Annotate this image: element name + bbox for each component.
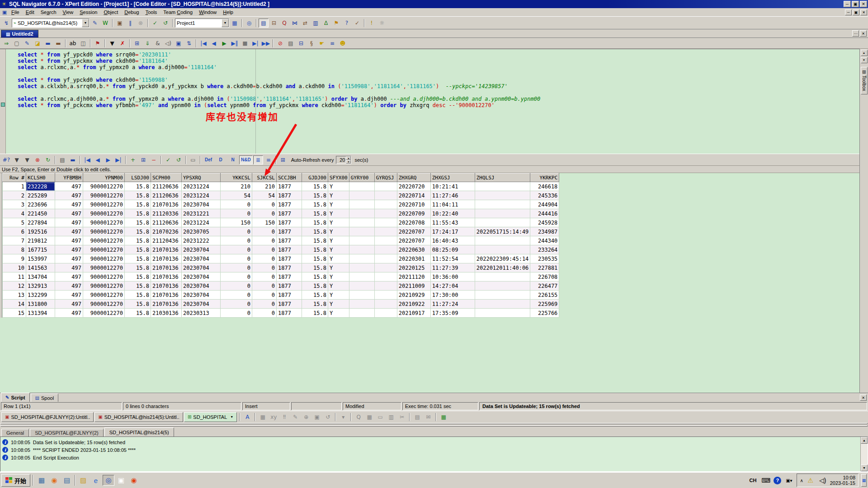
dropdown-arrow-icon[interactable]: ▼ [230,415,233,418]
edit-row-icon[interactable]: ⊞ [138,155,148,164]
session-selector[interactable]: ⌁ SD_HOSPITAL@his214(5) ▼ [12,19,90,28]
grid-cell[interactable] [374,309,397,318]
grid-cell[interactable] [475,191,530,200]
prior-row-icon[interactable]: ◀ [93,155,103,164]
split-editor-icon[interactable]: ◫ [78,39,88,48]
grid-cell[interactable]: 7 [3,236,26,245]
grid-cell[interactable] [349,227,374,236]
grid-cell[interactable]: 20230704 [182,282,221,291]
grid-cell[interactable]: 1877 [277,200,302,209]
column-header-sjkcsl[interactable]: SJKCSL [252,174,277,182]
delete-row-icon[interactable]: − [149,155,159,164]
grid-cell[interactable] [349,245,374,254]
grid-cell[interactable]: 2022051715:14:49 [475,227,530,236]
grid-cell[interactable]: 132299 [26,291,55,300]
grid-cell[interactable]: 245928 [530,218,559,227]
grid-cell[interactable]: 9000012270 [83,245,125,254]
menu-edit[interactable]: Edit [23,9,38,16]
grid-cell[interactable]: 497 [55,218,83,227]
grid-cell[interactable]: 9000012270 [83,300,125,309]
grid-cell[interactable]: 0 [221,245,252,254]
grid-cell[interactable]: 20230704 [182,254,221,263]
grid-cell[interactable]: 210 [252,182,277,191]
grid-cell[interactable]: 10:21:41 [430,182,475,191]
goto-icon[interactable]: ⇒ [1,39,11,48]
grid-cell[interactable]: 0 [221,236,252,245]
grid-cell[interactable]: 8 [3,245,26,254]
run-to-cursor-icon[interactable]: ▶‖ [230,39,240,48]
save-file-icon[interactable]: ▬ [43,39,53,48]
window-list-icon[interactable]: ▣ [115,19,125,28]
save-data-icon[interactable]: ▬ [68,155,78,164]
grid-cell[interactable]: 10 [3,263,26,272]
grid-cell[interactable] [374,227,397,236]
grid-cell[interactable]: 54 [221,191,252,200]
first-row-icon[interactable]: |◀ [82,155,92,164]
grid-cell[interactable]: 15.8 [125,263,151,272]
fetch-mode-nnd[interactable]: N&D [239,155,253,164]
spin-up-icon[interactable]: ▲ [346,156,351,160]
grid-cell[interactable]: 20231224 [182,218,221,227]
keyboard-icon[interactable]: ⌨ [761,477,771,484]
close-button[interactable]: ✕ [860,1,867,7]
grid-cell[interactable]: 233264 [530,245,559,254]
grid-cell[interactable]: 15.8 [302,309,328,318]
duplicate-record-icon[interactable]: ▣ [312,413,322,422]
grid-cell[interactable]: 226155 [530,291,559,300]
grid-cell[interactable]: 221450 [26,209,55,218]
last-record-icon[interactable]: ▶▶ [261,39,271,48]
grid-cell[interactable]: 1877 [277,209,302,218]
grid-cell[interactable]: 5 [3,218,26,227]
data-colors-icon[interactable]: ▦ [439,413,448,422]
grid-view-bottom-icon[interactable]: ▦ [364,413,374,422]
grid-cell[interactable]: 1877 [277,300,302,309]
grid-cell[interactable]: 15.8 [125,200,151,209]
ie-icon[interactable]: e [90,475,102,486]
grid-cell[interactable] [374,209,397,218]
code-line[interactable]: select a.rclxmc,a.djh000,a.* from yf_ypm… [18,96,859,102]
stop-execution-icon[interactable]: ■ [240,39,250,48]
scroll-up-icon[interactable]: ▲ [861,437,868,444]
mdi-minimize-button[interactable]: ─ [845,9,852,15]
grid-cell[interactable]: Y [328,209,349,218]
grid-cell[interactable]: 21070236 [151,227,182,236]
grid-cell[interactable]: 132913 [26,282,55,291]
menu-window[interactable]: Window [196,9,220,16]
explain-plan-icon[interactable]: & [153,39,163,48]
grid-cell[interactable]: 20220125 [397,263,430,272]
grid-cell[interactable]: 20231224 [182,191,221,200]
grid-cell[interactable]: 12 [3,282,26,291]
copy-results-icon[interactable]: ▣ [174,39,184,48]
session-tab-sd-hospital-fjlnyy-2-[interactable]: SD_HOSPITAL@FJLNYY(2) [30,429,104,436]
grid-cell[interactable]: 20231222 [182,236,221,245]
describe-icon[interactable]: ✎ [90,19,100,28]
insert-record2-icon[interactable]: ⊕ [301,413,311,422]
grid-cell[interactable]: 1877 [277,263,302,272]
grid-cell[interactable] [349,218,374,227]
grid-cell[interactable]: 15.8 [302,200,328,209]
grid-cell[interactable] [475,200,530,209]
print-data-icon[interactable]: ▤ [57,155,67,164]
grid-cell[interactable]: 20230705 [182,227,221,236]
grid-cell[interactable] [374,272,397,282]
grid-cell[interactable]: 9000012270 [83,263,125,272]
grid-cell[interactable]: 11:55:43 [430,218,475,227]
grid-cell[interactable]: 150 [221,218,252,227]
grid-cell[interactable]: Y [328,254,349,263]
grid-cell[interactable] [374,263,397,272]
grid-cell[interactable] [475,272,530,282]
sqlnav-quick-icon[interactable]: ◎ [103,475,114,486]
bookmark-drop-icon[interactable]: ⚑ [93,39,103,48]
grid-cell[interactable]: 497 [55,200,83,209]
last-row-icon[interactable]: ▶| [113,155,123,164]
grid-cell[interactable]: 10:36:00 [430,272,475,282]
grid-cell[interactable]: Y [328,309,349,318]
grid-cell[interactable]: 150 [252,218,277,227]
grid-cell[interactable]: 15.8 [302,209,328,218]
fetch-mode-d[interactable]: D [215,155,226,164]
grid-cell[interactable] [349,254,374,263]
popup-editor-icon[interactable]: ▥ [386,413,396,422]
grid-cell[interactable]: 497 [55,245,83,254]
auto-refresh-input[interactable]: 20 ▲▼ [336,156,351,164]
grid-cell[interactable]: 15.8 [302,227,328,236]
